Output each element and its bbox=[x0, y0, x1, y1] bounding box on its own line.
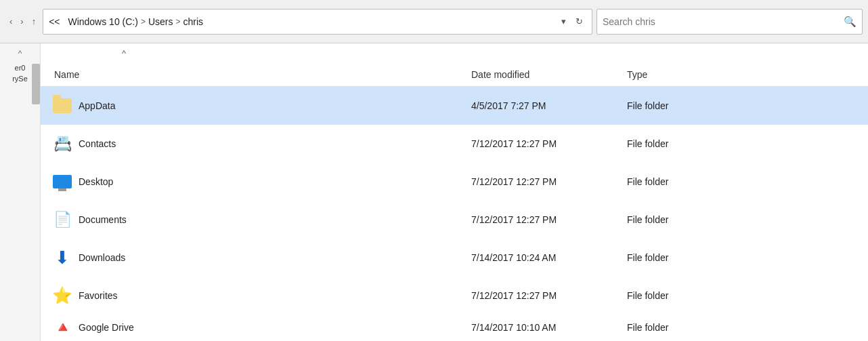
breadcrumb-sep-2: > bbox=[175, 17, 180, 26]
forward-button[interactable]: › bbox=[16, 14, 27, 29]
table-row[interactable]: 🔺 Google Drive 7/14/2017 10:10 AM File f… bbox=[41, 315, 868, 340]
breadcrumb-sep-1: > bbox=[141, 17, 146, 26]
search-box[interactable]: 🔍 bbox=[596, 9, 863, 35]
sort-arrow-icon[interactable]: ^ bbox=[122, 48, 126, 58]
file-date: 7/12/2017 12:27 PM bbox=[471, 176, 627, 187]
file-date: 7/14/2017 10:24 AM bbox=[471, 252, 627, 263]
file-date: 7/14/2017 10:10 AM bbox=[471, 322, 627, 333]
file-date: 7/12/2017 12:27 PM bbox=[471, 138, 627, 149]
sort-row: ^ bbox=[41, 43, 868, 62]
file-type: File folder bbox=[627, 176, 868, 187]
file-icon-documents: 📄 bbox=[51, 209, 73, 230]
file-type: File folder bbox=[627, 214, 868, 225]
table-row[interactable]: AppData 4/5/2017 7:27 PM File folder bbox=[41, 87, 868, 125]
file-icon-folder-plain bbox=[51, 95, 73, 117]
file-icon-favorites: ⭐ bbox=[51, 285, 73, 306]
file-icon-downloads: ⬇ bbox=[51, 247, 73, 268]
search-input[interactable] bbox=[603, 16, 844, 27]
file-date: 7/12/2017 12:27 PM bbox=[471, 214, 627, 225]
breadcrumb-separator-start: << bbox=[49, 16, 60, 27]
nav-buttons: ‹ › ↑ bbox=[5, 14, 40, 29]
table-row[interactable]: ⭐ Favorites 7/12/2017 12:27 PM File fold… bbox=[41, 277, 868, 315]
file-type: File folder bbox=[627, 322, 868, 333]
file-icon-contacts: 📇 bbox=[51, 133, 73, 155]
col-header-type[interactable]: Type bbox=[627, 69, 868, 80]
back-button[interactable]: ‹ bbox=[5, 14, 16, 29]
sidebar-label-2: rySe bbox=[12, 75, 28, 83]
col-header-date[interactable]: Date modified bbox=[471, 69, 627, 80]
file-name: Documents bbox=[79, 214, 471, 225]
file-name: AppData bbox=[79, 100, 471, 111]
file-name: Favorites bbox=[79, 290, 471, 301]
breadcrumb[interactable]: << Windows 10 (C:) > Users > chris ▾ ↻ bbox=[43, 9, 592, 35]
table-row[interactable]: Desktop 7/12/2017 12:27 PM File folder bbox=[41, 163, 868, 201]
file-icon-desktop bbox=[51, 171, 73, 193]
table-row[interactable]: ⬇ Downloads 7/14/2017 10:24 AM File fold… bbox=[41, 239, 868, 277]
column-headers: Name Date modified Type bbox=[41, 62, 868, 87]
file-rows: AppData 4/5/2017 7:27 PM File folder 📇 C… bbox=[41, 87, 868, 341]
col-header-name[interactable]: Name bbox=[51, 69, 471, 80]
breadcrumb-text: << Windows 10 (C:) > Users > chris bbox=[49, 16, 203, 27]
table-row[interactable]: 📄 Documents 7/12/2017 12:27 PM File fold… bbox=[41, 201, 868, 239]
sidebar: ^ er0 rySe bbox=[0, 43, 41, 341]
breadcrumb-part-chris[interactable]: chris bbox=[183, 16, 204, 27]
breadcrumb-controls: ▾ ↻ bbox=[558, 15, 586, 28]
file-name: Downloads bbox=[79, 252, 471, 263]
file-date: 4/5/2017 7:27 PM bbox=[471, 100, 627, 111]
file-name: Desktop bbox=[79, 176, 471, 187]
file-name: Contacts bbox=[79, 138, 471, 149]
table-row[interactable]: 📇 Contacts 7/12/2017 12:27 PM File folde… bbox=[41, 125, 868, 163]
main-area: ^ er0 rySe ^ Name Date modified Type App… bbox=[0, 43, 868, 341]
file-type: File folder bbox=[627, 138, 868, 149]
sidebar-scroll-up[interactable]: ^ bbox=[0, 46, 40, 61]
file-name: Google Drive bbox=[79, 322, 471, 333]
breadcrumb-part-drive[interactable]: Windows 10 (C:) bbox=[68, 16, 137, 27]
up-button[interactable]: ↑ bbox=[28, 14, 41, 29]
file-list-area: ^ Name Date modified Type AppData 4/5/20… bbox=[41, 43, 868, 341]
file-icon-googledrive: 🔺 bbox=[51, 317, 73, 338]
search-icon[interactable]: 🔍 bbox=[844, 16, 856, 28]
breadcrumb-part-users[interactable]: Users bbox=[148, 16, 173, 27]
breadcrumb-dropdown[interactable]: ▾ bbox=[558, 15, 569, 28]
address-bar: ‹ › ↑ << Windows 10 (C:) > Users > chris… bbox=[0, 0, 868, 43]
sidebar-label-1: er0 bbox=[15, 64, 26, 72]
scrollbar-thumb[interactable] bbox=[32, 64, 40, 104]
file-type: File folder bbox=[627, 290, 868, 301]
file-date: 7/12/2017 12:27 PM bbox=[471, 290, 627, 301]
file-type: File folder bbox=[627, 100, 868, 111]
breadcrumb-refresh[interactable]: ↻ bbox=[572, 15, 586, 28]
file-type: File folder bbox=[627, 252, 868, 263]
